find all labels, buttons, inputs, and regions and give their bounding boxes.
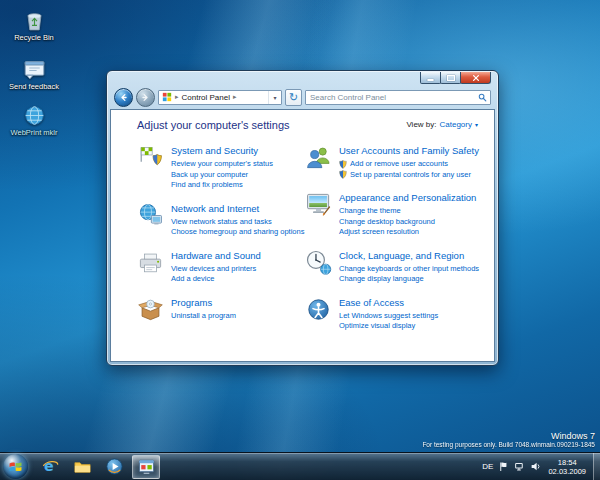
categories-left-column: System and Security Review your computer… [137, 144, 305, 343]
category-network-and-internet: Network and Internet View network status… [137, 202, 305, 238]
view-by-caret-icon[interactable]: ▾ [475, 121, 478, 128]
folder-icon [73, 457, 92, 476]
view-by-control: View by: Category ▾ [406, 120, 478, 129]
desktop-icon-recycle-bin[interactable]: Recycle Bin [5, 8, 63, 43]
webprint-icon [22, 103, 47, 128]
category-title-user-accounts[interactable]: User Accounts and Family Safety [339, 145, 479, 157]
task-add-remove-user-accounts[interactable]: Add or remove user accounts [339, 159, 479, 170]
network-icon[interactable] [514, 461, 525, 472]
close-icon [472, 74, 480, 82]
user-accounts-icon[interactable] [305, 144, 332, 171]
taskbar-clock[interactable]: 18:54 02.03.2009 [546, 458, 588, 476]
send-feedback-icon [22, 57, 47, 82]
task-find-fix-problems[interactable]: Find and fix problems [171, 180, 273, 191]
category-title-hardware-and-sound[interactable]: Hardware and Sound [171, 250, 261, 262]
language-indicator[interactable]: DE [482, 462, 493, 471]
address-breadcrumb[interactable]: ▸ Control Panel ▸ ▾ [158, 90, 282, 105]
hardware-sound-icon[interactable] [137, 249, 164, 276]
internet-explorer-button[interactable]: e [36, 455, 64, 479]
category-title-network-and-internet[interactable]: Network and Internet [171, 203, 304, 215]
taskbar: e [0, 452, 600, 480]
task-change-keyboards[interactable]: Change keyboards or other input methods [339, 264, 479, 275]
system-security-icon[interactable] [137, 144, 164, 171]
start-button[interactable] [3, 454, 28, 479]
task-adjust-screen-resolution[interactable]: Adjust screen resolution [339, 227, 476, 238]
volume-icon[interactable] [530, 461, 541, 472]
windows-flag-icon [9, 460, 22, 473]
category-programs: Programs Uninstall a program [137, 296, 305, 323]
desktop-icon-label: WebPrint mklr [5, 129, 63, 138]
media-player-icon [105, 457, 124, 476]
show-desktop-button[interactable] [593, 453, 600, 480]
desktop-icon-label: Recycle Bin [5, 34, 63, 43]
network-internet-icon[interactable] [137, 202, 164, 229]
control-panel-content: Adjust your computer's settings View by:… [110, 109, 495, 362]
minimize-icon [427, 79, 434, 81]
category-title-appearance[interactable]: Appearance and Personalization [339, 192, 476, 204]
category-title-programs[interactable]: Programs [171, 297, 236, 309]
desktop-icon-webprint[interactable]: WebPrint mklr [5, 103, 63, 138]
close-button[interactable] [460, 72, 491, 84]
ease-of-access-icon[interactable] [305, 296, 332, 323]
desktop: { "colors": { "link_blue": "#0066cc", "h… [0, 0, 600, 480]
task-change-desktop-background[interactable]: Change desktop background [339, 217, 476, 228]
categories-right-column: User Accounts and Family Safety Add or r… [305, 144, 479, 343]
category-title-system-and-security[interactable]: System and Security [171, 145, 273, 157]
task-review-computer-status[interactable]: Review your computer's status [171, 159, 273, 170]
svg-text:e: e [44, 458, 54, 474]
back-button[interactable] [114, 88, 133, 107]
address-dropdown-button[interactable]: ▾ [268, 91, 281, 104]
minimize-button[interactable] [420, 72, 441, 84]
build-watermark: Windows 7 For testing purposes only. Bui… [422, 431, 595, 449]
view-by-value[interactable]: Category [440, 120, 472, 129]
clock-time: 18:54 [548, 458, 586, 467]
task-back-up-computer[interactable]: Back up your computer [171, 170, 273, 181]
task-optimize-visual-display[interactable]: Optimize visual display [339, 321, 438, 332]
task-change-display-language[interactable]: Change display language [339, 274, 479, 285]
search-input[interactable] [310, 93, 478, 102]
task-choose-homegroup[interactable]: Choose homegroup and sharing options [171, 227, 304, 238]
category-system-and-security: System and Security Review your computer… [137, 144, 305, 191]
task-let-windows-suggest-settings[interactable]: Let Windows suggest settings [339, 311, 438, 322]
category-hardware-and-sound: Hardware and Sound View devices and prin… [137, 249, 305, 285]
titlebar[interactable] [107, 71, 498, 86]
clock-date: 02.03.2009 [548, 467, 586, 476]
forward-arrow-icon [140, 92, 151, 103]
task-change-the-theme[interactable]: Change the theme [339, 206, 476, 217]
maximize-icon [447, 75, 455, 81]
navigation-bar: ▸ Control Panel ▸ ▾ ↻ [107, 86, 498, 108]
control-panel-taskbar-button[interactable] [132, 455, 160, 479]
task-link-label: Set up parental controls for any user [350, 170, 471, 181]
clock-language-region-icon[interactable] [305, 249, 332, 276]
programs-icon[interactable] [137, 296, 164, 323]
back-arrow-icon [118, 92, 129, 103]
desktop-icon-label: Send feedback [5, 83, 63, 92]
task-add-a-device[interactable]: Add a device [171, 274, 261, 285]
windows-explorer-button[interactable] [68, 455, 96, 479]
forward-button[interactable] [136, 88, 155, 107]
page-title: Adjust your computer's settings [137, 119, 290, 131]
control-panel-window-icon [137, 457, 156, 476]
breadcrumb-arrow: ▸ [230, 93, 240, 101]
maximize-button[interactable] [440, 72, 461, 84]
search-box [305, 90, 491, 105]
action-center-flag-icon[interactable] [498, 461, 509, 472]
media-player-button[interactable] [100, 455, 128, 479]
category-title-ease-of-access[interactable]: Ease of Access [339, 297, 438, 309]
task-set-up-parental-controls[interactable]: Set up parental controls for any user [339, 170, 479, 181]
appearance-personalization-icon[interactable] [305, 191, 332, 218]
desktop-icon-send-feedback[interactable]: Send feedback [5, 57, 63, 92]
category-appearance-personalization: Appearance and Personalization Change th… [305, 191, 479, 238]
category-title-clock-language-region[interactable]: Clock, Language, and Region [339, 250, 479, 262]
internet-explorer-icon: e [41, 457, 60, 476]
search-icon[interactable] [478, 93, 487, 102]
task-view-devices-printers[interactable]: View devices and printers [171, 264, 261, 275]
category-clock-language-region: Clock, Language, and Region Change keybo… [305, 249, 479, 285]
task-view-network-status[interactable]: View network status and tasks [171, 217, 304, 228]
category-user-accounts: User Accounts and Family Safety Add or r… [305, 144, 479, 180]
watermark-os-name: Windows 7 [422, 431, 595, 441]
task-uninstall-a-program[interactable]: Uninstall a program [171, 311, 236, 322]
breadcrumb-item-control-panel[interactable]: Control Panel [182, 93, 230, 102]
recycle-bin-icon [22, 8, 47, 33]
refresh-button[interactable]: ↻ [285, 89, 302, 106]
